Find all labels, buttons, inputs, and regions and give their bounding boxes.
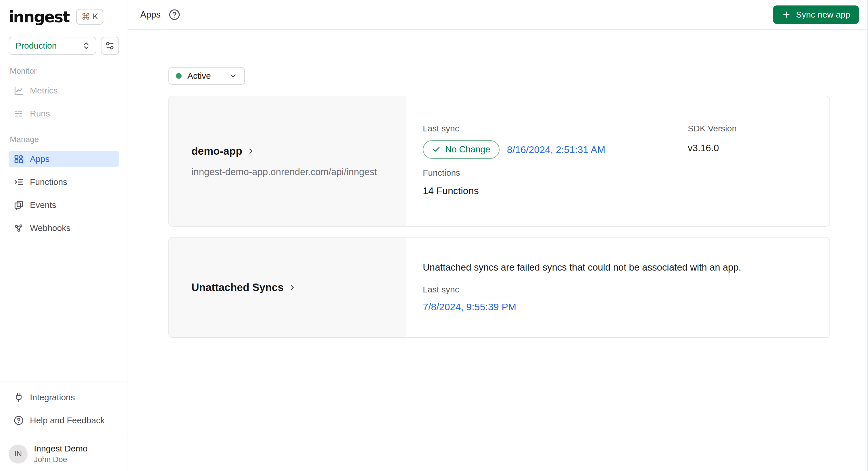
scrollbar-track[interactable] <box>867 0 868 471</box>
logo-row: inngest ⌘ K <box>9 8 119 25</box>
inngest-logo: inngest <box>9 8 69 26</box>
app-card-right: Last sync No Change 8/16/2024, 2:51:31 A… <box>406 96 830 226</box>
last-sync-row: No Change 8/16/2024, 2:51:31 AM <box>423 140 688 159</box>
status-dot-icon <box>176 73 182 79</box>
unattached-syncs-link[interactable]: Unattached Syncs <box>191 282 406 294</box>
sidebar-item-apps[interactable]: Apps <box>9 151 119 167</box>
sync-new-app-button[interactable]: Sync new app <box>773 5 859 24</box>
app-card-left: demo-app inngest-demo-app.onrender.com/a… <box>169 96 406 226</box>
command-k-badge[interactable]: ⌘ K <box>76 9 103 25</box>
sidebar-item-label: Apps <box>30 154 50 164</box>
sidebar-item-integrations[interactable]: Integrations <box>9 389 119 406</box>
runs-icon <box>14 109 24 118</box>
env-selector-value: Production <box>16 41 57 51</box>
sidebar-item-label: Events <box>30 200 56 210</box>
profile-org-name: Inngest Demo <box>34 444 88 453</box>
chevrons-up-down-icon <box>82 41 91 50</box>
unattached-syncs-card: Unattached Syncs Unattached syncs are fa… <box>168 237 830 338</box>
app-meta-grid: Last sync No Change 8/16/2024, 2:51:31 A… <box>423 123 830 197</box>
profile-text: Inngest Demo John Doe <box>34 444 88 464</box>
sidebar-item-label: Runs <box>30 109 50 118</box>
webhook-icon <box>14 223 24 233</box>
sidebar-item-label: Webhooks <box>30 223 70 233</box>
plus-icon <box>782 10 791 19</box>
avatar: IN <box>9 445 28 464</box>
nav-section-manage-header: Manage <box>9 135 119 144</box>
chevron-right-icon <box>288 284 296 292</box>
plug-icon <box>14 392 24 402</box>
app-name-link[interactable]: demo-app <box>191 145 406 157</box>
sidebar-item-label: Integrations <box>30 392 75 402</box>
status-filter-value: Active <box>187 71 211 81</box>
sidebar-top: inngest ⌘ K Production <box>0 0 128 55</box>
env-row: Production <box>9 37 119 55</box>
sidebar-item-metrics[interactable]: Metrics <box>9 82 119 99</box>
unattached-description: Unattached syncs are failed syncs that c… <box>423 262 830 273</box>
sidebar-item-label: Functions <box>30 177 67 187</box>
app-meta-col-2: SDK Version v3.16.0 <box>688 123 830 197</box>
nav-section-monitor-header: Monitor <box>9 66 119 76</box>
env-settings-button[interactable] <box>101 37 119 55</box>
unattached-card-left: Unattached Syncs <box>169 237 406 337</box>
sync-new-app-label: Sync new app <box>796 10 850 20</box>
sidebar-bottom: Integrations Help and Feedback <box>0 382 128 436</box>
chart-icon <box>14 86 24 95</box>
sidebar-item-label: Help and Feedback <box>30 415 104 425</box>
app-name: demo-app <box>191 145 242 157</box>
env-selector[interactable]: Production <box>9 37 96 55</box>
app-card: demo-app inngest-demo-app.onrender.com/a… <box>168 96 830 227</box>
sidebar-item-runs[interactable]: Runs <box>9 105 119 122</box>
app-meta-col-1: Last sync No Change 8/16/2024, 2:51:31 A… <box>423 123 688 197</box>
status-filter[interactable]: Active <box>168 67 245 85</box>
unattached-syncs-title: Unattached Syncs <box>191 282 284 294</box>
profile-user-name: John Doe <box>34 455 88 464</box>
page-title: Apps <box>140 9 161 20</box>
main-area: Apps Sync new app Active demo-app innges… <box>128 0 868 471</box>
help-circle-icon <box>14 415 24 425</box>
content: Active demo-app inngest-demo-app.onrende… <box>128 30 868 471</box>
check-icon <box>432 145 441 154</box>
sidebar-item-help[interactable]: Help and Feedback <box>9 412 119 429</box>
unattached-last-sync-label: Last sync <box>423 284 830 295</box>
sidebar-item-webhooks[interactable]: Webhooks <box>9 220 119 236</box>
sdk-version-label: SDK Version <box>688 123 830 134</box>
sliders-icon <box>105 41 115 51</box>
functions-label: Functions <box>423 167 688 178</box>
unattached-card-right: Unattached syncs are failed syncs that c… <box>406 237 830 337</box>
functions-count: 14 Functions <box>423 185 688 197</box>
no-change-badge-label: No Change <box>445 144 490 155</box>
app-url: inngest-demo-app.onrender.com/api/innges… <box>191 167 406 177</box>
sidebar-item-label: Metrics <box>30 86 58 95</box>
sidebar-item-functions[interactable]: Functions <box>9 174 119 190</box>
command-icon: ⌘ <box>81 11 90 22</box>
last-sync-time-link[interactable]: 8/16/2024, 2:51:31 AM <box>507 144 605 155</box>
sdk-version-value: v3.16.0 <box>688 143 830 153</box>
last-sync-label: Last sync <box>423 123 688 134</box>
sidebar-nav: Monitor Metrics Runs Manage Apps Functio… <box>0 55 128 236</box>
chevron-down-icon <box>229 71 238 80</box>
apps-grid-icon <box>14 154 24 164</box>
unattached-last-sync-link[interactable]: 7/8/2024, 9:55:39 PM <box>423 301 516 313</box>
events-icon <box>14 200 24 210</box>
sidebar-item-events[interactable]: Events <box>9 197 119 213</box>
command-k-label: K <box>93 12 98 21</box>
no-change-badge: No Change <box>423 140 499 159</box>
user-profile[interactable]: IN Inngest Demo John Doe <box>0 436 128 471</box>
page-help-icon[interactable] <box>169 9 180 21</box>
sidebar: inngest ⌘ K Production Monitor Metrics R… <box>0 0 128 471</box>
chevron-right-icon <box>247 147 255 155</box>
topbar: Apps Sync new app <box>128 0 868 30</box>
functions-icon <box>14 177 24 187</box>
